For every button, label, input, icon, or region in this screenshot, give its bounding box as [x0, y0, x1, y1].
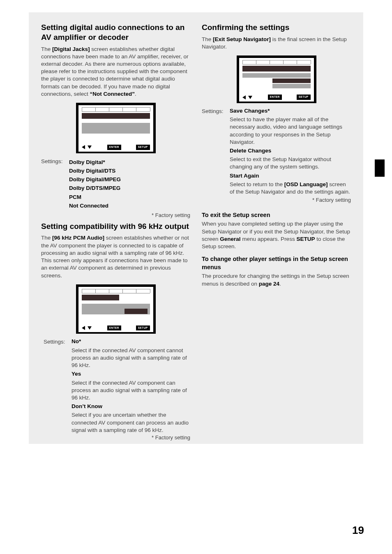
enter-button-label: ENTER [107, 325, 121, 331]
osd-screen: ENTER SETUP [237, 55, 316, 103]
text: The [202, 36, 213, 42]
osd-title-bar [82, 295, 119, 300]
subheading-exit-setup: To exit the Setup screen [202, 211, 351, 219]
label-digital-jacks: [Digital Jacks] [52, 46, 90, 52]
settings-label: Settings: [41, 157, 66, 211]
label-osd-language: [OSD Language] [284, 181, 328, 187]
osd-highlight [272, 78, 311, 83]
label-page-24: page 24 [259, 281, 279, 287]
option-no: No* [71, 338, 190, 345]
down-arrow-icon [248, 96, 252, 99]
text: The [41, 46, 52, 52]
enter-button-label: ENTER [268, 95, 282, 100]
settings-options-1: Dolby Digital* Dolby Digital/DTS Dolby D… [69, 157, 190, 211]
option-start-again: Start Again [230, 172, 351, 180]
text: The [41, 235, 52, 241]
settings-block-3: Settings: Save Changes* Select to have t… [202, 107, 351, 206]
option-delete-changes: Delete Changes [230, 147, 351, 155]
option-dolby-digital: Dolby Digital* [69, 159, 190, 166]
subheading-change-other: To change other player settings in the S… [202, 255, 351, 271]
option-save-changes-desc: Select to have the player make all of th… [230, 116, 351, 146]
option-yes-desc: Select if the connected AV component can… [71, 379, 190, 402]
osd-title-bar [82, 113, 150, 119]
left-arrow-icon [82, 145, 85, 149]
right-column: Confirming the settings The [Exit Setup … [202, 23, 351, 444]
text: Select to return to the [230, 181, 284, 187]
osd-screen: ENTER SETUP [76, 103, 156, 153]
para-exit-setup-nav: The [Exit Setup Navigator] is the final … [202, 36, 351, 51]
osd-tabs [242, 60, 311, 65]
option-dolby-d-dts-mpeg: Dolby D/DTS/MPEG [69, 185, 190, 192]
osd-row [272, 84, 311, 88]
settings-options-3: Save Changes* Select to have the player … [230, 107, 351, 206]
factory-setting-note: * Factory setting [41, 212, 190, 219]
osd-screen: ENTER SETUP [76, 284, 156, 334]
down-arrow-icon [88, 145, 92, 149]
screen-illustration-2: ENTER SETUP [41, 284, 190, 334]
setup-button-label: SETUP [136, 325, 150, 331]
option-not-connected: Not Connected [69, 202, 190, 210]
left-arrow-icon [242, 95, 246, 99]
side-tab-marker [375, 159, 385, 177]
left-column: Setting digital audio connections to an … [41, 23, 190, 444]
label-setup-button: SETUP [296, 236, 315, 242]
para-96khz: The [96 kHz PCM Audio] screen establishe… [41, 234, 190, 279]
settings-options-2: No* Select if the connected AV component… [71, 338, 190, 443]
option-save-changes: Save Changes* [230, 107, 351, 115]
settings-block-1: Settings: Dolby Digital* Dolby Digital/D… [41, 157, 190, 211]
option-dont-know: Don’t Know [71, 403, 190, 410]
screen-illustration-1: ENTER SETUP [41, 103, 190, 153]
option-dolby-digital-dts: Dolby Digital/DTS [69, 167, 190, 175]
para-exit-setup: When you have completed setting up the p… [202, 220, 351, 250]
label-general: General [220, 236, 240, 242]
setup-button-label: SETUP [136, 145, 150, 150]
para-digital-jacks: The [Digital Jacks] screen establishes w… [41, 46, 190, 98]
text: menu appears. Press [241, 236, 297, 242]
osd-button-row: ENTER SETUP [242, 92, 311, 100]
left-arrow-icon [82, 326, 85, 330]
factory-setting-note: * Factory setting [230, 196, 351, 204]
page-number: 19 [352, 523, 364, 538]
enter-button-label: ENTER [107, 145, 121, 150]
option-yes: Yes [71, 370, 190, 378]
osd-title-bar [242, 66, 311, 72]
osd-tabs [82, 289, 150, 293]
osd-content-bar [82, 123, 150, 134]
label-96khz-pcm: [96 kHz PCM Audio] [52, 235, 104, 241]
screen-illustration-3: ENTER SETUP [202, 55, 351, 103]
down-arrow-icon [88, 326, 92, 330]
label-exit-setup-navigator: [Exit Setup Navigator] [213, 36, 271, 42]
settings-label: Settings: [44, 338, 68, 443]
osd-tabs [82, 107, 150, 112]
text: screen establishes whether digital conne… [41, 46, 188, 97]
osd-button-row: ENTER SETUP [82, 323, 150, 331]
para-change-other: The procedure for changing the settings … [202, 272, 351, 287]
text: . [279, 281, 281, 287]
option-dont-know-desc: Select if you are uncertain whether the … [71, 411, 190, 434]
option-dolby-digital-mpeg: Dolby Digital/MPEG [69, 176, 190, 183]
text: . [135, 91, 136, 97]
heading-confirming: Confirming the settings [202, 23, 351, 32]
factory-setting-note: * Factory setting [71, 434, 190, 441]
settings-block-2: Settings: No* Select if the connected AV… [44, 338, 190, 443]
option-pcm: PCM [69, 194, 190, 201]
option-start-again-desc: Select to return to the [OSD Language] s… [230, 181, 351, 196]
heading-96khz: Setting compatibility with 96 kHz output [41, 222, 190, 231]
setup-button-label: SETUP [297, 95, 311, 100]
option-no-desc: Select if the connected AV component can… [71, 347, 190, 369]
settings-label: Settings: [202, 107, 226, 206]
osd-button-row: ENTER SETUP [82, 143, 150, 150]
osd-dropdown [125, 309, 148, 314]
option-delete-changes-desc: Select to exit the Setup Navigator witho… [230, 156, 351, 171]
osd-row [242, 73, 311, 78]
text: screen establishes whether or not the AV… [41, 235, 189, 278]
label-not-connected-quote: “Not Connected” [90, 91, 135, 97]
heading-digital-audio: Setting digital audio connections to an … [41, 23, 190, 42]
page-container: Setting digital audio connections to an … [29, 12, 363, 444]
